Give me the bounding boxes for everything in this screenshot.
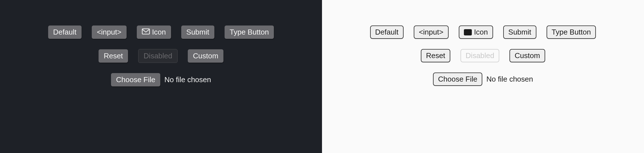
dark-theme-panel: Default <input> Icon Submit Type Button …	[0, 0, 322, 153]
file-input-row: Choose File No file chosen	[111, 73, 211, 86]
reset-button[interactable]: Reset	[421, 49, 450, 62]
button-row-1: Default <input> Icon Submit Type Button	[370, 26, 596, 39]
button-row-1: Default <input> Icon Submit Type Button	[48, 26, 274, 39]
input-button[interactable]: <input>	[92, 26, 127, 39]
svg-rect-0	[142, 29, 150, 34]
disabled-button: Disabled	[138, 49, 178, 63]
disabled-button: Disabled	[460, 49, 499, 62]
envelope-icon	[142, 28, 150, 37]
custom-button[interactable]: Custom	[509, 49, 545, 62]
submit-button[interactable]: Submit	[503, 26, 536, 39]
input-button[interactable]: <input>	[414, 26, 449, 39]
light-theme-panel: Default <input> Icon Submit Type Button …	[322, 0, 644, 153]
choose-file-button[interactable]: Choose File	[111, 73, 161, 86]
icon-button[interactable]: Icon	[137, 26, 171, 39]
button-row-2: Reset Disabled Custom	[421, 49, 545, 62]
default-button[interactable]: Default	[48, 26, 82, 39]
file-input-row: Choose File No file chosen	[433, 73, 533, 86]
icon-button-label: Icon	[474, 28, 488, 37]
reset-button[interactable]: Reset	[99, 49, 128, 63]
type-button[interactable]: Type Button	[225, 26, 274, 39]
icon-button-label: Icon	[152, 28, 166, 37]
button-row-2: Reset Disabled Custom	[99, 49, 223, 63]
file-status-label: No file chosen	[164, 75, 211, 84]
envelope-icon	[464, 29, 472, 35]
default-button[interactable]: Default	[370, 26, 404, 39]
file-status-label: No file chosen	[486, 75, 533, 84]
type-button[interactable]: Type Button	[547, 26, 596, 39]
custom-button[interactable]: Custom	[188, 49, 223, 63]
submit-button[interactable]: Submit	[181, 26, 214, 39]
choose-file-button[interactable]: Choose File	[433, 73, 483, 86]
icon-button[interactable]: Icon	[459, 26, 493, 39]
